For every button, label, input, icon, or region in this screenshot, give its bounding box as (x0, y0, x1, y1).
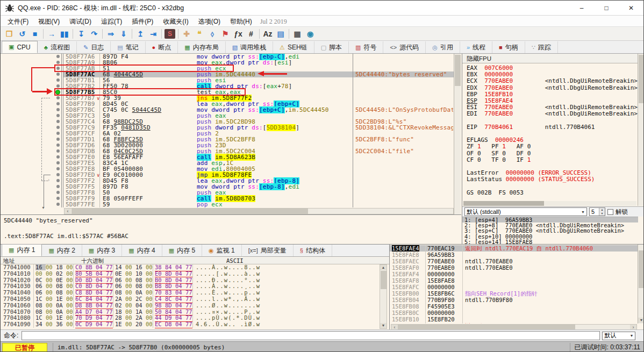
tab-内存 2[interactable]: ▦内存 2 (42, 245, 82, 256)
minimize-button[interactable]: – (569, 1, 594, 16)
strings-icon[interactable]: Az (261, 28, 274, 40)
register-line[interactable]: LastStatus 00000000 (STATUS_SUCCESS) (462, 176, 638, 183)
registers-hscrollbar[interactable] (463, 201, 636, 206)
row-dot-icon[interactable] (56, 120, 60, 123)
stack-row[interactable]: 15E8FB08F45905E3 (390, 303, 638, 310)
row-dot-icon[interactable] (56, 203, 60, 206)
labels-icon[interactable]: ⬨ (206, 28, 219, 40)
stack-row[interactable]: 15E8FAEC770EABE0ntdll.770EABE0 (390, 258, 638, 264)
tab-线程[interactable]: »线程 (460, 41, 492, 53)
patches-icon[interactable]: ✚ (180, 28, 193, 40)
row-dot-icon[interactable] (56, 78, 60, 82)
row-dot-icon[interactable] (56, 126, 60, 129)
row-dot-icon[interactable] (56, 191, 60, 194)
menu-item[interactable]: 选项(O) (194, 16, 225, 28)
open-folder-icon[interactable]: ❐ (3, 28, 16, 40)
row-dot-icon[interactable] (56, 108, 60, 111)
tab-CPU[interactable]: ▣CPU (2, 41, 38, 53)
stack-row[interactable]: 15E8FB0C00000000 (390, 310, 638, 316)
tab-局部变量[interactable]: [x=]局部变量 (242, 245, 294, 256)
menu-item[interactable]: 收藏夹(I) (158, 16, 193, 28)
tab-内存布局[interactable]: ▦内存布局 (178, 41, 225, 53)
calling-convention-select[interactable]: 默认 (stdcall) ▼ (464, 207, 587, 216)
dump-vscrollbar[interactable]: ▲ ▼ (380, 264, 387, 329)
menu-item[interactable]: 插件(P) (127, 16, 158, 28)
call-log-icon[interactable]: ▤ (274, 28, 287, 40)
close-button[interactable]: ✕ (619, 1, 643, 16)
register-list[interactable]: EAX 007C6000EBX 00000000ECX 770EABE0 <nt… (462, 65, 638, 199)
menu-item[interactable]: 文件(F) (3, 16, 33, 28)
tab-内存 1[interactable]: ▦内存 1 (2, 244, 42, 256)
row-dot-icon[interactable] (56, 114, 60, 117)
stack-row[interactable]: 返回到 (390, 322, 638, 324)
disasm-row[interactable]: 5D8F77FE59pop ecx (1, 202, 454, 207)
tab-内存 4[interactable]: ▦内存 4 (122, 245, 162, 256)
scroll-left-icon[interactable]: ‹ (65, 209, 71, 214)
run-icon[interactable]: → (45, 28, 58, 40)
restart-icon[interactable]: ↺ (16, 28, 28, 40)
row-dot-icon[interactable] (56, 197, 60, 200)
bookmarks-icon[interactable]: ⚑ (219, 28, 232, 40)
menu-item[interactable]: 追踪(T) (96, 16, 127, 28)
row-dot-icon[interactable] (56, 67, 60, 70)
menu-item[interactable]: 调试(D) (65, 16, 96, 28)
run-until-return-icon[interactable]: ↥ (134, 28, 147, 40)
unlock-checkbox[interactable] (607, 209, 613, 215)
stack-row[interactable]: 15E8FB1015E8FB20 (390, 316, 638, 322)
row-dot-icon[interactable] (56, 143, 60, 147)
tab-调用堆栈[interactable]: ▧调用堆栈 (226, 41, 273, 53)
menu-item[interactable]: 视图(V) (33, 16, 65, 28)
row-dot-icon[interactable] (56, 84, 60, 88)
register-line[interactable]: EIP 770B4061 ntdll.770B4061 (462, 124, 638, 131)
stack-row[interactable]: 15E8FAF400000000 (390, 271, 638, 277)
spin-down-icon[interactable]: ▼ (599, 212, 605, 215)
tab-结构体[interactable]: §结构体 (294, 245, 332, 256)
scroll-thumb[interactable] (463, 201, 544, 206)
call-arguments-list[interactable]: 1: [esp+4] 96A59BB32: [esp+8] 770EABE0 <… (462, 217, 638, 244)
row-dot-icon[interactable] (56, 173, 60, 176)
register-line[interactable]: CF 0 TF 0 IF 1 (462, 157, 638, 163)
calculator-icon[interactable]: ▦ (291, 28, 304, 40)
attach-thread-icon[interactable]: ⇥ (147, 28, 160, 40)
internet-icon[interactable]: ◉ (304, 28, 317, 40)
register-line[interactable]: GS 002B FS 0053 (462, 190, 638, 196)
tab-引用[interactable]: ◎引用 (426, 41, 460, 53)
scroll-thumb[interactable] (381, 271, 387, 289)
pause-icon[interactable]: ▮▮ (58, 28, 71, 40)
tab-内存 3[interactable]: ▦内存 3 (82, 245, 122, 256)
memory-row[interactable]: 7704109034 00 36 000C D9 04 771E 00 20 0… (1, 321, 380, 328)
menu-item[interactable]: 帮助(H) (225, 16, 257, 28)
functions-icon[interactable]: ƒx (232, 28, 245, 40)
stack-row[interactable]: 15E8FAF815E8FAE8 (390, 277, 638, 284)
row-dot-icon[interactable] (56, 61, 60, 64)
row-dot-icon[interactable] (56, 138, 60, 141)
scroll-thumb[interactable] (639, 250, 644, 288)
row-dot-icon[interactable] (56, 96, 60, 99)
tab-内存 5[interactable]: ▦内存 5 (162, 245, 202, 256)
stack-row[interactable]: 15E8FAE4770EAC19返回到 ntdll.770EAC19 自 ntd… (390, 245, 638, 252)
stack-row[interactable]: 15E8FAE896A59BB3 (390, 252, 638, 258)
row-dot-icon[interactable] (56, 73, 60, 76)
row-dot-icon[interactable] (56, 132, 60, 135)
row-dot-icon[interactable] (56, 179, 60, 182)
scroll-down-icon[interactable]: ▼ (380, 323, 387, 328)
tab-监视 1[interactable]: ◉监视 1 (202, 245, 242, 256)
disassembly-panel[interactable]: 5D8F77A6897D F4mov dword ptr ss:[ebp-C],… (1, 54, 454, 207)
tab-笔记[interactable]: ▤笔记 (111, 41, 145, 53)
disasm-vscrollbar[interactable] (454, 54, 461, 214)
row-dot-icon[interactable] (56, 161, 60, 164)
step-out-icon[interactable]: ⇓ (117, 28, 130, 40)
comments-icon[interactable]: ❝ (193, 28, 206, 40)
breakpoint-dot-icon[interactable] (55, 90, 60, 95)
row-dot-icon[interactable] (56, 102, 60, 105)
call-argument-row[interactable]: 5: [esp+14] 15E8FAE8 (462, 239, 638, 244)
hash-icon[interactable]: # (245, 28, 257, 40)
scroll-thumb[interactable] (455, 55, 461, 86)
tab-跟踪[interactable]: ∵跟踪 (525, 41, 558, 53)
disasm-hscrollbar[interactable]: ‹ (64, 208, 454, 214)
hide-fpu-button[interactable]: 隐藏FPU (462, 54, 644, 63)
scroll-up-icon[interactable]: ▲ (380, 265, 387, 270)
row-dot-icon[interactable] (56, 55, 60, 58)
tab-句柄[interactable]: ■句柄 (492, 41, 525, 53)
row-dot-icon[interactable] (56, 149, 60, 153)
